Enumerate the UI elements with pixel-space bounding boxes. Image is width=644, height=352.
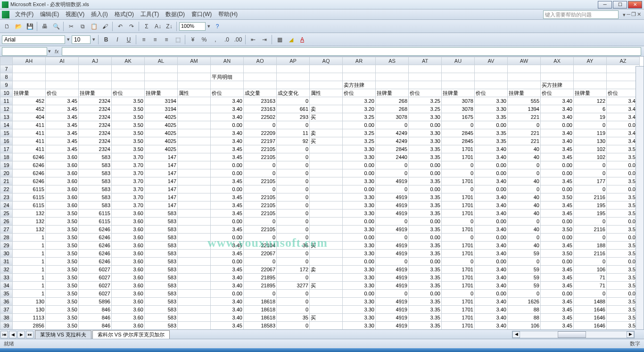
cell-AM11[interactable] <box>178 97 211 105</box>
cell-AX10[interactable]: 价位 <box>541 89 574 97</box>
save-icon[interactable]: 💾 <box>25 21 35 32</box>
cell-AX27[interactable]: 3.50 <box>541 226 574 234</box>
cell-AI10[interactable]: 价位 <box>46 89 79 97</box>
cell-AR11[interactable]: 3.20 <box>343 97 376 105</box>
cell-AS9[interactable] <box>376 81 409 89</box>
col-header-AS[interactable]: AS <box>376 57 409 65</box>
cell-AH18[interactable]: 6246 <box>13 153 46 161</box>
row-header-10[interactable]: 10 <box>0 89 13 97</box>
cell-AL35[interactable]: 583 <box>145 290 178 298</box>
cell-AX18[interactable]: 3.45 <box>541 153 574 161</box>
cell-AO11[interactable]: 23163 <box>244 97 277 105</box>
cell-AZ27[interactable]: 3.55 <box>607 226 640 234</box>
cell-AI9[interactable] <box>46 81 79 89</box>
cell-AS14[interactable]: 0 <box>376 121 409 129</box>
cell-AQ19[interactable] <box>310 161 343 169</box>
cell-AW28[interactable]: 0 <box>508 234 541 242</box>
comma-icon[interactable]: , <box>210 34 221 45</box>
cell-AU9[interactable] <box>442 81 475 89</box>
menu-data[interactable]: 数据(D) <box>163 9 188 19</box>
cell-AK36[interactable]: 3.60 <box>112 298 145 306</box>
cell-AR25[interactable]: 3.30 <box>343 210 376 218</box>
cell-AO18[interactable]: 22105 <box>244 153 277 161</box>
cell-AU25[interactable]: 1701 <box>442 210 475 218</box>
cell-AY23[interactable]: 2116 <box>574 193 607 201</box>
cell-AH25[interactable]: 132 <box>13 210 46 218</box>
cell-AS11[interactable]: 268 <box>376 97 409 105</box>
cell-AZ20[interactable]: 0.00 <box>607 169 640 177</box>
cell-AX34[interactable]: 3.45 <box>541 282 574 290</box>
cell-AZ19[interactable]: 0.00 <box>607 161 640 169</box>
row-header-12[interactable]: 12 <box>0 105 13 113</box>
cell-AM27[interactable] <box>178 226 211 234</box>
cell-AY39[interactable]: 1646 <box>574 322 607 330</box>
cell-AW14[interactable]: 0 <box>508 121 541 129</box>
cell-AN29[interactable]: 3.45 <box>211 242 244 250</box>
cell-AR7[interactable] <box>343 65 376 73</box>
sort-desc-icon[interactable]: Z↓ <box>164 21 174 32</box>
cell-AM24[interactable] <box>178 201 211 210</box>
cell-AX36[interactable]: 3.45 <box>541 298 574 306</box>
cell-AV7[interactable] <box>475 65 508 73</box>
col-header-AP[interactable]: AP <box>277 57 310 65</box>
cell-AJ16[interactable]: 2324 <box>79 137 112 145</box>
cell-AS16[interactable]: 4249 <box>376 137 409 145</box>
cell-AR36[interactable]: 3.30 <box>343 298 376 306</box>
cell-AT34[interactable]: 3.35 <box>409 282 442 290</box>
cell-AJ21[interactable]: 583 <box>79 177 112 185</box>
cell-AT16[interactable]: 3.30 <box>409 137 442 145</box>
cell-AO25[interactable]: 22105 <box>244 210 277 218</box>
cell-AK12[interactable]: 3.50 <box>112 105 145 113</box>
cell-AW15[interactable]: 221 <box>508 129 541 137</box>
cell-AP27[interactable]: 0 <box>277 226 310 234</box>
cell-AY18[interactable]: 102 <box>574 153 607 161</box>
cell-AS8[interactable] <box>376 73 409 81</box>
cell-AY20[interactable]: 0 <box>574 169 607 177</box>
cell-AW35[interactable]: 0 <box>508 290 541 298</box>
cell-AV33[interactable]: 3.40 <box>475 274 508 282</box>
cell-AS12[interactable]: 268 <box>376 105 409 113</box>
cell-AT18[interactable]: 3.35 <box>409 153 442 161</box>
cell-AQ12[interactable]: 卖 <box>310 105 343 113</box>
cell-AZ38[interactable]: 3.50 <box>607 314 640 322</box>
row-header-27[interactable]: 27 <box>0 226 13 234</box>
cell-AY14[interactable]: 0 <box>574 121 607 129</box>
cell-AT30[interactable]: 3.35 <box>409 250 442 258</box>
cell-AK17[interactable]: 3.50 <box>112 145 145 153</box>
cell-AY12[interactable]: 6 <box>574 105 607 113</box>
cell-AS18[interactable]: 2440 <box>376 153 409 161</box>
align-center-icon[interactable]: ≡ <box>150 34 160 45</box>
col-header-AX[interactable]: AX <box>541 57 574 65</box>
horizontal-scrollbar[interactable]: ◀ ▶ <box>512 331 635 338</box>
cell-AJ20[interactable]: 583 <box>79 169 112 177</box>
tab-nav-first[interactable]: ⏮ <box>0 331 8 338</box>
cell-AS30[interactable]: 4919 <box>376 250 409 258</box>
cell-AJ25[interactable]: 6115 <box>79 210 112 218</box>
cell-AJ37[interactable]: 846 <box>79 306 112 314</box>
cell-AX11[interactable]: 3.40 <box>541 97 574 105</box>
cell-AR10[interactable]: 价位 <box>343 89 376 97</box>
cell-AR33[interactable]: 3.30 <box>343 274 376 282</box>
cell-AQ39[interactable] <box>310 322 343 330</box>
cell-AJ39[interactable]: 846 <box>79 322 112 330</box>
scroll-left-icon[interactable]: ◀ <box>512 331 520 338</box>
open-icon[interactable]: 📂 <box>13 21 24 32</box>
cell-AL34[interactable]: 583 <box>145 282 178 290</box>
col-header-AV[interactable]: AV <box>475 57 508 65</box>
cell-AZ26[interactable]: 0.00 <box>607 218 640 226</box>
cell-AQ11[interactable] <box>310 97 343 105</box>
cell-AP36[interactable]: 0 <box>277 298 310 306</box>
row-header-36[interactable]: 36 <box>0 298 13 306</box>
close-button[interactable]: ✕ <box>628 1 642 8</box>
cell-AH39[interactable]: 2856 <box>13 322 46 330</box>
cell-AH34[interactable]: 1 <box>13 282 46 290</box>
cell-AP10[interactable]: 成交变化 <box>277 89 310 97</box>
cell-AP22[interactable]: 0 <box>277 185 310 193</box>
cell-AK7[interactable] <box>112 65 145 73</box>
cell-AN17[interactable]: 3.45 <box>211 145 244 153</box>
col-header-AZ[interactable]: AZ <box>607 57 640 65</box>
cell-AX23[interactable]: 3.50 <box>541 193 574 201</box>
cell-AL29[interactable]: 583 <box>145 242 178 250</box>
cell-AZ33[interactable]: 3.50 <box>607 274 640 282</box>
cell-AN23[interactable]: 3.45 <box>211 193 244 201</box>
